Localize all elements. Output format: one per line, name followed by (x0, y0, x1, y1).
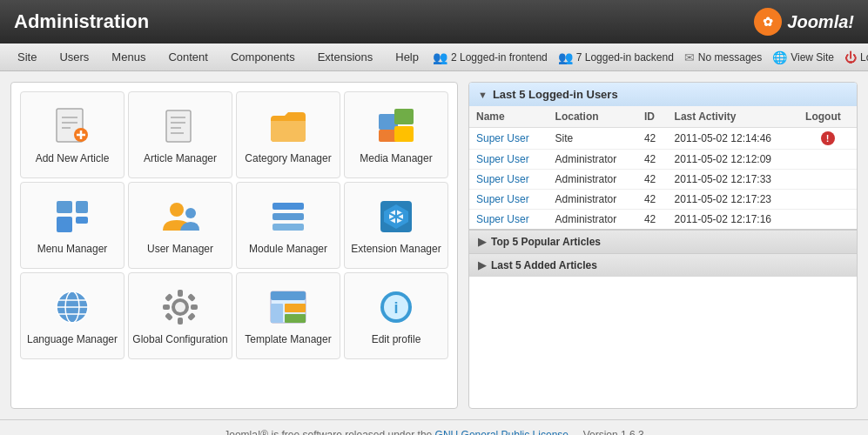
menu-manager-icon (51, 196, 93, 238)
edit-profile-button[interactable]: i Edit profile (344, 272, 448, 359)
user-name-cell: Super User (469, 190, 548, 210)
category-manager-icon (267, 105, 309, 147)
page-title: Administration (14, 10, 149, 33)
svg-rect-13 (394, 109, 414, 124)
category-manager-button[interactable]: Category Manager (236, 91, 340, 178)
icon-row-3: Language Manager (20, 272, 448, 359)
nav-site[interactable]: Site (7, 47, 47, 67)
module-manager-icon (267, 196, 309, 238)
user-name-link[interactable]: Super User (476, 153, 529, 165)
popular-articles-title: Top 5 Popular Articles (491, 236, 601, 248)
nav-help[interactable]: Help (385, 47, 429, 67)
add-article-label: Add New Article (36, 152, 110, 164)
logged-in-users-section: ▼ Last 5 Logged-in Users Name Location I… (469, 83, 857, 230)
media-manager-button[interactable]: Media Manager (344, 91, 448, 178)
footer-text: Joomla!® is free software released under… (224, 429, 432, 435)
footer-gpl-link[interactable]: GNU General Public License (435, 429, 569, 435)
user-location-cell: Administrator (548, 150, 637, 170)
logo: ✿ Joomla! (754, 8, 854, 36)
nav-components[interactable]: Components (220, 47, 306, 67)
header: Administration ✿ Joomla! (0, 0, 868, 44)
nav-status: 👥 2 Logged-in frontend 👥 7 Logged-in bac… (433, 50, 868, 64)
user-name-link[interactable]: Super User (476, 173, 529, 185)
backend-users-status[interactable]: 👥 7 Logged-in backend (558, 50, 674, 64)
icon-row-2: Menu Manager User Manager Module Manager (20, 182, 448, 269)
add-article-icon (51, 105, 93, 147)
module-manager-label: Module Manager (249, 243, 327, 255)
footer: Joomla!® is free software released under… (0, 419, 868, 435)
user-manager-label: User Manager (147, 243, 213, 255)
nav-users[interactable]: Users (49, 47, 99, 67)
user-name-link[interactable]: Super User (476, 213, 529, 225)
view-site-link[interactable]: 🌐 View Site (772, 50, 834, 64)
add-new-article-button[interactable]: Add New Article (20, 91, 124, 178)
user-location-cell: Site (548, 128, 637, 150)
module-manager-button[interactable]: Module Manager (236, 182, 340, 269)
messages-status[interactable]: ✉ No messages (684, 50, 762, 64)
svg-point-38 (175, 302, 185, 312)
user-name-link[interactable]: Super User (476, 193, 529, 205)
extension-manager-button[interactable]: Extension Manager (344, 182, 448, 269)
global-configuration-button[interactable]: Global Configuration (128, 272, 232, 359)
user-logout-cell (798, 190, 857, 210)
template-manager-label: Template Manager (245, 333, 331, 345)
popular-articles-header[interactable]: ▶ Top 5 Popular Articles (469, 230, 857, 253)
logout-icon: ⏻ (844, 50, 857, 64)
logged-in-users-header[interactable]: ▼ Last 5 Logged-in Users (469, 83, 857, 106)
logout-link[interactable]: ⏻ Log out (844, 50, 868, 64)
global-config-icon (159, 286, 201, 328)
col-activity: Last Activity (668, 106, 798, 128)
table-row: Super User Site 42 2011-05-02 12:14:46 ! (469, 128, 857, 150)
people-icon-2: 👥 (558, 50, 573, 64)
user-logout-button[interactable]: ! (821, 131, 835, 145)
icon-row-1: Add New Article Article Manager Category (20, 91, 448, 178)
svg-rect-49 (271, 304, 283, 323)
nav-content[interactable]: Content (158, 47, 219, 67)
category-manager-label: Category Manager (245, 152, 331, 164)
language-manager-icon (51, 286, 93, 328)
added-articles-arrow-icon: ▶ (478, 259, 486, 271)
template-manager-button[interactable]: Template Manager (236, 272, 340, 359)
user-location-cell: Administrator (548, 170, 637, 190)
svg-rect-40 (178, 318, 183, 325)
article-manager-button[interactable]: Article Manager (128, 91, 232, 178)
message-icon: ✉ (684, 50, 695, 64)
user-activity-cell: 2011-05-02 12:14:46 (668, 128, 798, 150)
svg-rect-41 (163, 304, 170, 310)
table-row: Super User Administrator 42 2011-05-02 1… (469, 150, 857, 170)
template-manager-icon (267, 286, 309, 328)
extension-manager-icon (375, 196, 417, 238)
logged-in-users-title: Last 5 Logged-in Users (493, 88, 618, 101)
col-name: Name (469, 106, 548, 128)
language-manager-button[interactable]: Language Manager (20, 272, 124, 359)
right-panel: ▼ Last 5 Logged-in Users Name Location I… (468, 82, 858, 409)
col-logout: Logout (798, 106, 857, 128)
nav-extensions[interactable]: Extensions (307, 47, 384, 67)
logged-in-users-table: Name Location ID Last Activity Logout Su… (469, 106, 857, 229)
frontend-users-status[interactable]: 👥 2 Logged-in frontend (433, 50, 548, 64)
svg-rect-18 (57, 217, 72, 232)
table-row: Super User Administrator 42 2011-05-02 1… (469, 190, 857, 210)
user-manager-button[interactable]: User Manager (128, 182, 232, 269)
added-articles-header[interactable]: ▶ Last 5 Added Articles (469, 253, 857, 277)
nav-menus[interactable]: Menus (101, 47, 156, 67)
user-activity-cell: 2011-05-02 12:17:33 (668, 170, 798, 190)
user-id-cell: 42 (637, 128, 668, 150)
user-activity-cell: 2011-05-02 12:17:23 (668, 190, 798, 210)
col-id: ID (637, 106, 668, 128)
user-name-cell: Super User (469, 210, 548, 230)
user-logout-cell (798, 150, 857, 170)
svg-rect-7 (166, 110, 191, 142)
user-id-cell: 42 (637, 170, 668, 190)
user-name-link[interactable]: Super User (476, 132, 529, 144)
user-logout-cell: ! (798, 128, 857, 150)
joomla-logo-icon: ✿ (754, 8, 782, 36)
user-manager-icon (159, 196, 201, 238)
svg-point-21 (185, 208, 196, 218)
svg-rect-22 (273, 203, 304, 210)
menu-manager-button[interactable]: Menu Manager (20, 182, 124, 269)
svg-rect-50 (285, 304, 306, 312)
media-manager-icon (375, 105, 417, 147)
navbar: Site Users Menus Content Components Exte… (0, 44, 868, 71)
svg-rect-24 (273, 224, 304, 231)
